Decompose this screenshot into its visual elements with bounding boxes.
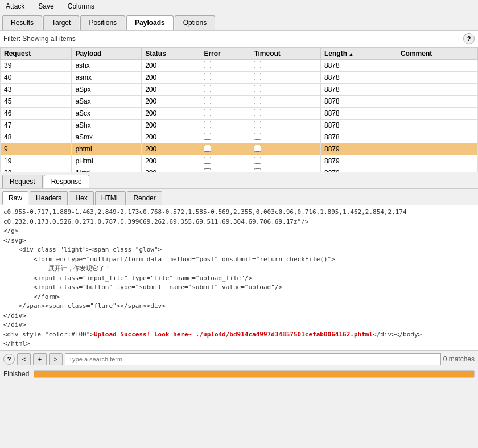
table-checkbox[interactable] [254, 97, 261, 104]
table-cell [200, 72, 250, 84]
table-row[interactable]: 19pHtml2008879 [1, 155, 478, 167]
table-cell [250, 167, 321, 173]
col-length[interactable]: Length [321, 48, 397, 60]
add-search-button[interactable]: + [33, 353, 47, 365]
table-cell: pHtml [72, 155, 142, 167]
table-row[interactable]: 40asmx2008878 [1, 72, 478, 84]
table-checkbox[interactable] [254, 121, 261, 128]
prev-match-button[interactable]: < [17, 353, 31, 365]
search-input[interactable] [65, 353, 441, 365]
table-checkbox[interactable] [254, 73, 261, 80]
table-checkbox[interactable] [204, 109, 211, 116]
table-cell: 45 [1, 96, 72, 108]
table-cell: 200 [142, 72, 200, 84]
table-checkbox[interactable] [204, 121, 211, 128]
status-bar: Finished [0, 368, 478, 380]
table-row[interactable]: 46aScx2008878 [1, 108, 478, 120]
table-cell: 200 [142, 131, 200, 143]
table-cell: 8878 [321, 96, 397, 108]
col-error[interactable]: Error [200, 48, 250, 60]
table-checkbox[interactable] [204, 157, 211, 164]
table-checkbox[interactable] [204, 145, 211, 152]
table-cell: aScx [72, 108, 142, 120]
search-help-button[interactable]: ? [3, 354, 15, 365]
table-checkbox[interactable] [204, 168, 211, 172]
table-row[interactable]: 47aShx2008878 [1, 120, 478, 131]
menu-columns[interactable]: Columns [65, 1, 97, 11]
tab-results[interactable]: Results [2, 15, 42, 30]
table-cell [397, 96, 477, 108]
col-timeout[interactable]: Timeout [250, 48, 321, 60]
table-checkbox[interactable] [204, 73, 211, 80]
tab-html[interactable]: HTML [95, 191, 126, 205]
table-row[interactable]: 33jHtml2008879 [1, 167, 478, 173]
table-checkbox[interactable] [254, 109, 261, 116]
next-match-button[interactable]: > [49, 353, 63, 365]
table-checkbox[interactable] [254, 61, 261, 68]
table-cell [397, 167, 477, 173]
code-line: </svg> [3, 236, 475, 246]
table-row[interactable]: 48aSmx2008878 [1, 131, 478, 143]
table-cell [200, 167, 250, 173]
table-checkbox[interactable] [204, 133, 211, 140]
table-checkbox[interactable] [254, 133, 261, 140]
tab-raw[interactable]: Raw [2, 191, 28, 205]
table-checkbox[interactable] [254, 145, 261, 152]
code-line: <form enctype="multipart/form-data" meth… [3, 255, 475, 265]
col-request[interactable]: Request [1, 48, 72, 60]
table-cell: 46 [1, 108, 72, 120]
tab-response[interactable]: Response [44, 175, 89, 188]
table-cell [250, 60, 321, 72]
table-checkbox[interactable] [254, 85, 261, 92]
table-cell: aSax [72, 96, 142, 108]
tab-headers[interactable]: Headers [30, 191, 68, 205]
table-cell: 8878 [321, 120, 397, 131]
table-cell [200, 84, 250, 96]
menu-bar: Attack Save Columns [0, 0, 478, 13]
col-comment[interactable]: Comment [397, 48, 477, 60]
table-cell [200, 60, 250, 72]
tab-payloads[interactable]: Payloads [126, 15, 174, 30]
tab-options[interactable]: Options [175, 15, 215, 30]
table-row[interactable]: 45aSax2008878 [1, 96, 478, 108]
col-payload[interactable]: Payload [72, 48, 142, 60]
table-cell: 48 [1, 131, 72, 143]
table-checkbox[interactable] [204, 61, 211, 68]
code-content-area: c0.955-0.717,1.889-1.463,2.849-2.173c0.7… [0, 205, 478, 351]
table-cell: 8878 [321, 131, 397, 143]
main-tabs: Results Target Positions Payloads Option… [0, 13, 478, 31]
tab-positions[interactable]: Positions [80, 15, 125, 30]
tab-render[interactable]: Render [127, 191, 162, 205]
table-cell: 8878 [321, 60, 397, 72]
table-cell: 8879 [321, 155, 397, 167]
table-cell: 200 [142, 84, 200, 96]
table-cell: aSmx [72, 131, 142, 143]
table-cell: asmx [72, 72, 142, 84]
tab-hex[interactable]: Hex [69, 191, 93, 205]
code-line: c0.232,0.173,0.526,0.271,0.787,0.399C69.… [3, 217, 475, 227]
table-cell [397, 60, 477, 72]
col-status[interactable]: Status [142, 48, 200, 60]
tab-request[interactable]: Request [2, 175, 43, 188]
table-checkbox[interactable] [254, 168, 261, 172]
table-row[interactable]: 39ashx2008878 [1, 60, 478, 72]
table-row[interactable]: 43aSpx2008878 [1, 84, 478, 96]
table-checkbox[interactable] [204, 97, 211, 104]
table-cell: 40 [1, 72, 72, 84]
table-cell [200, 108, 250, 120]
menu-attack[interactable]: Attack [3, 1, 27, 11]
tab-target[interactable]: Target [43, 15, 79, 30]
table-row[interactable]: 9phtml2008879 [1, 143, 478, 155]
table-cell: phtml [72, 143, 142, 155]
filter-text: Filter: Showing all items [3, 35, 76, 43]
table-checkbox[interactable] [254, 157, 261, 164]
table-cell: 200 [142, 155, 200, 167]
table-cell: 8878 [321, 72, 397, 84]
table-checkbox[interactable] [204, 85, 211, 92]
menu-save[interactable]: Save [36, 1, 56, 11]
table-cell: 200 [142, 60, 200, 72]
code-line: </g> [3, 227, 475, 236]
filter-help-button[interactable]: ? [463, 33, 475, 44]
table-cell: jHtml [72, 167, 142, 173]
table-cell: 43 [1, 84, 72, 96]
